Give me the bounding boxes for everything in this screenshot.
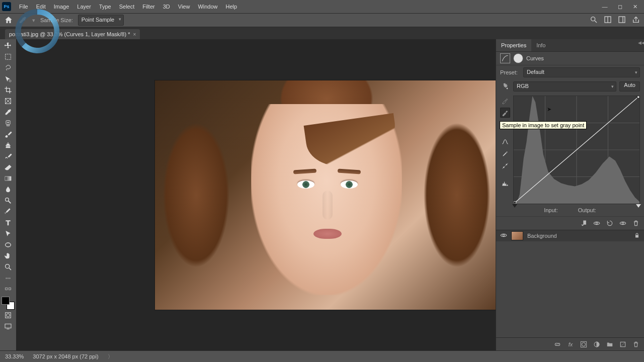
document-image (155, 80, 496, 310)
toolbox-more[interactable]: ••• (1, 273, 15, 284)
sample-size-select[interactable]: Point Sample (78, 15, 124, 26)
layer-style-icon[interactable]: fx (567, 340, 575, 348)
delete-adjustment-icon[interactable] (632, 219, 640, 227)
menu-edit[interactable]: Edit (32, 0, 50, 13)
view-previous-icon[interactable] (593, 219, 601, 227)
layer-visibility-icon[interactable] (500, 232, 507, 240)
workspace-select-icon[interactable] (618, 16, 626, 25)
shape-tool[interactable] (1, 239, 15, 250)
svg-point-38 (503, 234, 505, 236)
blur-tool[interactable] (1, 184, 15, 195)
toolbox: ••• (0, 39, 16, 351)
zoom-level[interactable]: 33.33% (5, 353, 24, 359)
zoom-tool[interactable] (1, 261, 15, 273)
eyedropper-tool[interactable] (1, 107, 15, 118)
edit-toolbar[interactable] (1, 284, 15, 295)
screen-mode-toggle[interactable] (1, 321, 15, 332)
document-tab[interactable]: portrati3.jpg @ 33.3% (Curves 1, Layer M… (5, 29, 140, 39)
clone-stamp-tool[interactable] (1, 140, 15, 151)
channel-select[interactable]: RGB (513, 81, 616, 92)
panel-collapse-icon[interactable]: ◀◀ (638, 39, 644, 46)
move-tool[interactable] (1, 40, 15, 51)
hand-tool[interactable] (1, 250, 15, 261)
layer-row[interactable]: Background (496, 230, 644, 241)
menu-type[interactable]: Type (95, 0, 115, 13)
info-tab[interactable]: Info (531, 39, 550, 51)
preset-select[interactable]: Default (523, 67, 640, 77)
search-icon[interactable] (590, 16, 598, 25)
targeted-adjustment-icon[interactable] (500, 81, 510, 92)
gradient-tool[interactable] (1, 173, 15, 184)
properties-panel: ◀◀ Properties Info Curves Preset: Defaul… (496, 39, 644, 351)
black-slider[interactable] (512, 204, 517, 208)
menu-file[interactable]: File (15, 0, 32, 13)
auto-button[interactable]: Auto (619, 81, 640, 92)
quick-select-tool[interactable] (1, 73, 15, 84)
eraser-tool[interactable] (1, 162, 15, 173)
menu-3d[interactable]: 3D (159, 0, 174, 13)
white-slider[interactable] (636, 204, 641, 208)
menu-bar: Ps File Edit Image Layer Type Select Fil… (0, 0, 644, 14)
black-point-eyedropper[interactable] (500, 96, 510, 106)
svg-point-15 (6, 264, 10, 268)
canvas[interactable] (16, 39, 496, 351)
svg-point-14 (6, 243, 11, 247)
reset-icon[interactable] (606, 219, 614, 227)
smooth-curve-icon[interactable] (500, 137, 510, 147)
home-icon[interactable] (4, 16, 13, 25)
path-select-tool[interactable] (1, 228, 15, 239)
healing-brush-tool[interactable] (1, 118, 15, 129)
clip-to-layer-icon[interactable] (580, 219, 588, 227)
svg-rect-6 (6, 54, 11, 60)
svg-point-23 (507, 88, 508, 89)
svg-rect-34 (514, 202, 516, 204)
window-restore-button[interactable]: ◻ (616, 3, 624, 11)
status-more-icon[interactable]: 〉 (108, 353, 113, 360)
lasso-tool[interactable] (1, 62, 15, 73)
toggle-visibility-icon[interactable] (619, 219, 627, 227)
histogram-clip-icon[interactable] (500, 178, 510, 188)
adjustment-layer-icon[interactable] (593, 340, 601, 348)
svg-point-36 (596, 222, 598, 224)
pen-tool[interactable] (1, 206, 15, 217)
layer-name: Background (527, 233, 557, 239)
share-icon[interactable] (632, 16, 640, 25)
crop-tool[interactable] (1, 84, 15, 96)
menu-select[interactable]: Select (115, 0, 139, 13)
menu-help[interactable]: Help (222, 0, 242, 13)
properties-tab[interactable]: Properties (496, 39, 531, 51)
menu-window[interactable]: Window (194, 0, 221, 13)
brush-tool[interactable] (1, 129, 15, 140)
delete-layer-icon[interactable] (632, 340, 640, 348)
menu-filter[interactable]: Filter (138, 0, 158, 13)
foreground-background-colors[interactable] (2, 297, 15, 310)
menu-layer[interactable]: Layer (73, 0, 95, 13)
curves-graph[interactable]: ➤ Sample in image to set gray point (513, 96, 640, 204)
history-brush-tool[interactable] (1, 151, 15, 162)
svg-rect-12 (5, 176, 11, 180)
menu-image[interactable]: Image (50, 0, 73, 13)
add-mask-icon[interactable] (580, 340, 588, 348)
arrange-documents-icon[interactable] (604, 16, 612, 25)
link-layers-icon[interactable] (553, 340, 561, 348)
menu-view[interactable]: View (174, 0, 194, 13)
document-tab-close-icon[interactable]: × (133, 32, 136, 37)
quick-mask-toggle[interactable] (1, 310, 15, 321)
layers-footer: fx (496, 337, 644, 351)
gray-point-eyedropper[interactable] (500, 108, 510, 118)
dodge-tool[interactable] (1, 195, 15, 206)
frame-tool[interactable] (1, 96, 15, 107)
type-tool[interactable] (1, 217, 15, 228)
window-close-button[interactable]: ✕ (631, 3, 639, 11)
layer-thumbnail (511, 231, 523, 240)
svg-point-37 (622, 222, 624, 224)
pencil-curve-icon[interactable] (500, 149, 510, 159)
layer-lock-icon[interactable] (634, 232, 640, 239)
eyedropper-icon[interactable] (18, 16, 27, 25)
window-minimize-button[interactable]: — (601, 3, 609, 11)
group-icon[interactable] (606, 340, 614, 348)
layer-mask-icon[interactable] (513, 53, 523, 63)
edit-points-icon[interactable] (500, 161, 510, 171)
marquee-tool[interactable] (1, 51, 15, 62)
new-layer-icon[interactable] (619, 340, 627, 348)
